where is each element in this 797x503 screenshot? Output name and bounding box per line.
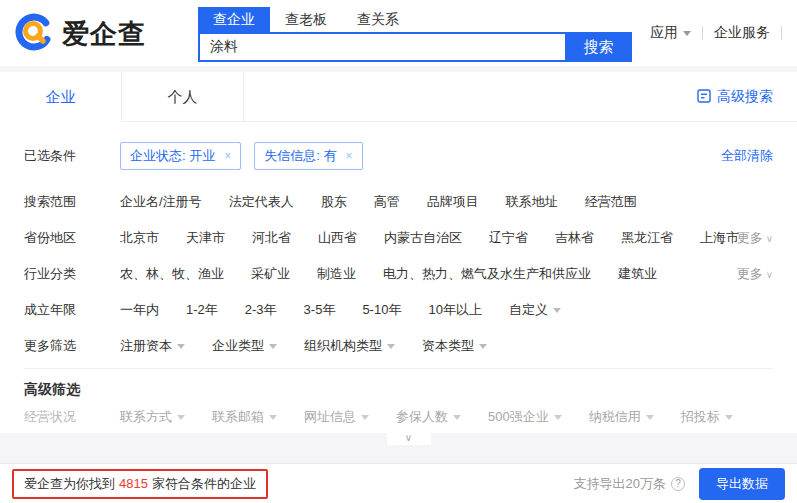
dropdown-label: 组织机构类型 (304, 337, 382, 355)
top-header: 爱企查 查企业 查老板 查关系 搜索 应用 企业服务 (0, 0, 797, 66)
industry-option[interactable]: 采矿业 (251, 265, 290, 283)
company-type-dropdown[interactable]: 企业类型 (212, 337, 277, 355)
advanced-filter-title: 高级筛选 (0, 373, 797, 399)
help-icon[interactable]: ? (671, 477, 685, 491)
apps-menu[interactable]: 应用 (650, 24, 691, 42)
search-box: 搜索 (198, 32, 632, 62)
selected-chips: 企业状态: 开业 × 失信信息: 有 × (120, 142, 363, 170)
scope-option[interactable]: 股东 (321, 193, 347, 211)
years-option[interactable]: 一年内 (120, 301, 159, 319)
clear-all-link[interactable]: 全部清除 (721, 147, 773, 165)
registered-capital-dropdown[interactable]: 注册资本 (120, 337, 185, 355)
tax-credit-dropdown[interactable]: 纳税信用 (589, 408, 654, 426)
years-option[interactable]: 10年以上 (428, 301, 481, 319)
dropdown-label: 联系邮箱 (212, 408, 264, 426)
result-count-highlight-box: 爱企查为你找到 4815 家符合条件的企业 (12, 469, 268, 499)
filter-rows: 搜索范围 企业名/注册号 法定代表人 股东 高管 品牌项目 联系地址 经营范围 … (0, 178, 797, 364)
dropdown-label: 500强企业 (488, 408, 549, 426)
scope-option[interactable]: 法定代表人 (229, 193, 294, 211)
search-button[interactable]: 搜索 (565, 32, 632, 62)
more-label: 更多 (737, 265, 763, 283)
search-input[interactable] (198, 32, 565, 62)
org-type-dropdown[interactable]: 组织机构类型 (304, 337, 395, 355)
chevron-down-icon (177, 344, 185, 353)
close-icon[interactable]: × (224, 149, 231, 163)
top500-dropdown[interactable]: 500强企业 (488, 408, 562, 426)
insured-count-dropdown[interactable]: 参保人数 (396, 408, 461, 426)
filter-chip-dishonesty[interactable]: 失信信息: 有 × (254, 142, 362, 170)
scope-option[interactable]: 高管 (374, 193, 400, 211)
province-option[interactable]: 内蒙古自治区 (384, 229, 462, 247)
search-tab-company[interactable]: 查企业 (198, 7, 270, 32)
dropdown-label: 网址信息 (304, 408, 356, 426)
advanced-search-link[interactable]: 高级搜索 (697, 72, 773, 122)
search-scope-row: 搜索范围 企业名/注册号 法定代表人 股东 高管 品牌项目 联系地址 经营范围 (0, 184, 797, 220)
industry-option[interactable]: 制造业 (317, 265, 356, 283)
province-option[interactable]: 辽宁省 (489, 229, 528, 247)
years-option[interactable]: 2-3年 (245, 301, 277, 319)
dropdown-label: 招投标 (681, 408, 720, 426)
industry-more-link[interactable]: 更多 ∨ (737, 265, 773, 283)
years-option[interactable]: 1-2年 (186, 301, 218, 319)
search-area: 查企业 查老板 查关系 搜索 (198, 7, 632, 62)
selected-conditions-row: 已选条件 企业状态: 开业 × 失信信息: 有 × 全部清除 (0, 134, 797, 178)
search-tab-relation[interactable]: 查关系 (342, 7, 414, 32)
province-option[interactable]: 河北省 (252, 229, 291, 247)
row-label: 经营状况 (24, 408, 120, 426)
chevron-down-icon (646, 415, 654, 424)
export-data-button[interactable]: 导出数据 (699, 468, 785, 500)
filter-chip-status[interactable]: 企业状态: 开业 × (120, 142, 241, 170)
chevron-down-icon: ∨ (405, 432, 412, 443)
export-hint: 支持导出20万条 ? (574, 475, 685, 493)
more-filters-row: 更多筛选 注册资本 企业类型 组织机构类型 资本类型 (0, 328, 797, 364)
chevron-down-icon (553, 308, 561, 317)
header-nav: 应用 企业服务 (650, 24, 793, 42)
tab-company[interactable]: 企业 (0, 72, 122, 122)
aiqicha-logo[interactable]: 爱企查 (14, 12, 146, 56)
scope-option[interactable]: 联系地址 (506, 193, 558, 211)
export-hint-label: 支持导出20万条 (574, 475, 666, 493)
scope-option[interactable]: 企业名/注册号 (120, 193, 202, 211)
email-dropdown[interactable]: 联系邮箱 (212, 408, 277, 426)
result-type-tabs: 企业 个人 高级搜索 (0, 72, 797, 122)
province-option[interactable]: 山西省 (318, 229, 357, 247)
website-dropdown[interactable]: 网址信息 (304, 408, 369, 426)
dropdown-label: 联系方式 (120, 408, 172, 426)
industry-option[interactable]: 农、林、牧、渔业 (120, 265, 224, 283)
industry-option[interactable]: 建筑业 (618, 265, 657, 283)
years-option[interactable]: 3-5年 (304, 301, 336, 319)
result-suffix: 家符合条件的企业 (152, 475, 256, 493)
industry-option[interactable]: 电力、热力、燃气及水生产和供应业 (383, 265, 591, 283)
years-option[interactable]: 5-10年 (362, 301, 401, 319)
row-label: 成立年限 (24, 301, 120, 319)
province-option[interactable]: 吉林省 (555, 229, 594, 247)
custom-years-dropdown[interactable]: 自定义 (509, 301, 561, 319)
scope-option[interactable]: 品牌项目 (427, 193, 479, 211)
collapse-panel-toggle[interactable]: ∨ (387, 433, 431, 445)
chip-label: 失信信息: 有 (264, 147, 336, 165)
section-divider (24, 368, 773, 369)
close-icon[interactable]: × (345, 149, 352, 163)
industry-row: 行业分类 农、林、牧、渔业 采矿业 制造业 电力、热力、燃气及水生产和供应业 建… (0, 256, 797, 292)
province-more-link[interactable]: 更多 ∨ (737, 229, 773, 247)
aiqicha-logo-icon (14, 12, 54, 56)
row-label: 搜索范围 (24, 193, 120, 211)
enterprise-service-link[interactable]: 企业服务 (714, 24, 770, 42)
province-option[interactable]: 北京市 (120, 229, 159, 247)
tab-person[interactable]: 个人 (122, 72, 244, 121)
province-option[interactable]: 黑龙江省 (621, 229, 673, 247)
chevron-down-icon (554, 415, 562, 424)
chevron-down-icon (453, 415, 461, 424)
contact-dropdown[interactable]: 联系方式 (120, 408, 185, 426)
founding-years-row: 成立年限 一年内 1-2年 2-3年 3-5年 5-10年 10年以上 自定义 (0, 292, 797, 328)
search-tab-boss[interactable]: 查老板 (270, 7, 342, 32)
dropdown-label: 纳税信用 (589, 408, 641, 426)
province-option[interactable]: 上海市 (700, 229, 739, 247)
search-tabs: 查企业 查老板 查关系 (198, 7, 632, 32)
bidding-dropdown[interactable]: 招投标 (681, 408, 733, 426)
province-option[interactable]: 天津市 (186, 229, 225, 247)
capital-type-dropdown[interactable]: 资本类型 (422, 337, 487, 355)
scope-option[interactable]: 经营范围 (585, 193, 637, 211)
chevron-down-icon (683, 31, 691, 40)
chevron-down-icon (361, 415, 369, 424)
